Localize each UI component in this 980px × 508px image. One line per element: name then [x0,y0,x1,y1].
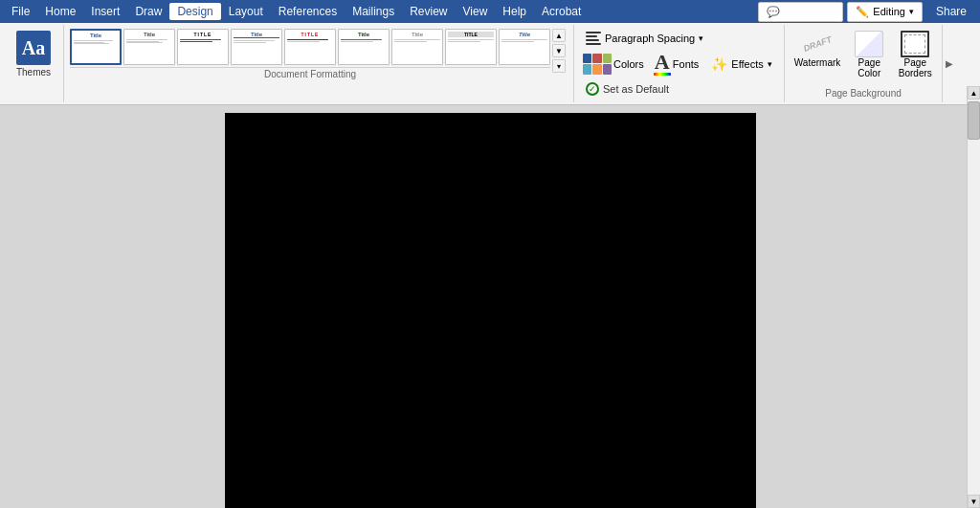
colors-button[interactable]: Colors [580,52,647,77]
colors-label: Colors [613,58,644,70]
effects-chevron: ▾ [768,59,772,69]
watermark-icon: DRAFT [803,31,832,57]
style-thumb-4[interactable]: TITLE [284,29,336,65]
style-thumb-5[interactable]: Title [338,29,390,65]
menu-item-mailings[interactable]: Mailings [345,3,402,20]
style-thumb-1[interactable]: Title [123,29,175,65]
themes-label: Themes [16,67,51,77]
menu-item-references[interactable]: References [271,3,345,20]
colors-icon [583,54,612,75]
checkmark-icon: ✓ [586,82,599,96]
menu-item-help[interactable]: Help [495,3,534,20]
styles-row-1: Title Title TITLE Title [70,29,550,65]
document-area [0,105,980,508]
style-thumb-3[interactable]: Title [231,29,282,65]
pencil-icon: ✏️ [856,6,869,18]
effects-icon: ✨ [711,56,727,72]
menu-item-home[interactable]: Home [37,3,83,20]
scrollbar[interactable]: ▲ ▼ [967,86,980,508]
comments-label: Comments [784,6,835,17]
styles-scroll: ▲ ▼ ▾ [550,29,568,73]
style-thumb-0[interactable]: Title [70,29,122,65]
share-label: Share [936,5,967,18]
style-thumb-2[interactable]: TITLE [177,29,229,65]
paragraph-spacing-button[interactable]: Paragraph Spacing ▾ [580,29,709,48]
menu-item-view[interactable]: View [456,3,496,20]
page-borders-button[interactable]: Page Borders [894,29,936,80]
fonts-button[interactable]: A Fonts [651,50,702,77]
scrollbar-thumb[interactable] [968,101,980,140]
page-borders-label: Page Borders [899,57,932,78]
comment-icon: 💬 [767,6,780,18]
editing-chevron-icon: ▾ [909,7,914,16]
menu-bar: File Home Insert Draw Design Layout Refe… [0,0,980,23]
styles-scroll-up[interactable]: ▲ [552,29,566,42]
effects-label: Effects [731,58,763,70]
style-thumb-7[interactable]: TITLE [445,29,497,65]
themes-icon: Aa [16,31,51,65]
ribbon-content: Aa Themes Title Title [0,23,980,105]
page-color-icon [855,31,883,57]
set-as-default-label: Set as Default [603,83,669,95]
style-thumb-6[interactable]: Title [391,29,443,65]
document-canvas [225,113,756,508]
paragraph-spacing-chevron: ▾ [699,33,703,43]
set-as-default-button[interactable]: ✓ Set as Default [580,79,675,99]
style-thumb-8[interactable]: Title [499,29,550,65]
watermark-button[interactable]: DRAFT Watermark [791,29,845,80]
menu-item-insert[interactable]: Insert [83,3,127,20]
page-color-label: Page Color [858,57,880,78]
editing-label: Editing [873,6,905,17]
menu-item-layout[interactable]: Layout [221,3,271,20]
comments-button[interactable]: 💬 Comments [758,2,843,22]
page-background-group-label: Page Background [791,86,937,99]
paragraph-spacing-label: Paragraph Spacing [605,33,695,44]
ribbon-group-formatting-options: Paragraph Spacing ▾ Colors [574,25,785,102]
scroll-down-button[interactable]: ▼ [968,495,980,508]
menu-item-review[interactable]: Review [402,3,455,20]
document-formatting-label: Document Formatting [70,67,550,80]
styles-scroll-expand[interactable]: ▾ [552,59,566,73]
watermark-label: Watermark [794,57,841,68]
menu-item-design[interactable]: Design [169,3,220,20]
editing-button[interactable]: ✏️ Editing ▾ [847,2,923,22]
page-borders-icon [901,31,929,57]
ribbon-group-page-background: DRAFT Watermark Page Color Page Borders … [785,25,944,102]
fonts-icon: A [654,52,671,76]
themes-button[interactable]: Aa Themes [10,29,57,79]
fonts-label: Fonts [673,58,700,70]
menu-item-draw[interactable]: Draw [127,3,169,20]
ribbon-scroll[interactable]: ▶ [943,25,956,102]
menu-item-acrobat[interactable]: Acrobat [534,3,589,20]
ribbon-group-themes: Aa Themes [4,25,64,102]
page-color-button[interactable]: Page Color [848,29,890,80]
share-button[interactable]: Share [926,2,976,21]
menu-item-file[interactable]: File [4,3,37,20]
scroll-up-button[interactable]: ▲ [968,86,980,99]
paragraph-spacing-icon [586,32,601,45]
page-background-buttons: DRAFT Watermark Page Color Page Borders [791,29,937,80]
ribbon-group-document-formatting: Title Title TITLE Title [64,25,574,102]
styles-scroll-down[interactable]: ▼ [552,44,566,57]
effects-button[interactable]: ✨ Effects ▾ [705,54,777,75]
